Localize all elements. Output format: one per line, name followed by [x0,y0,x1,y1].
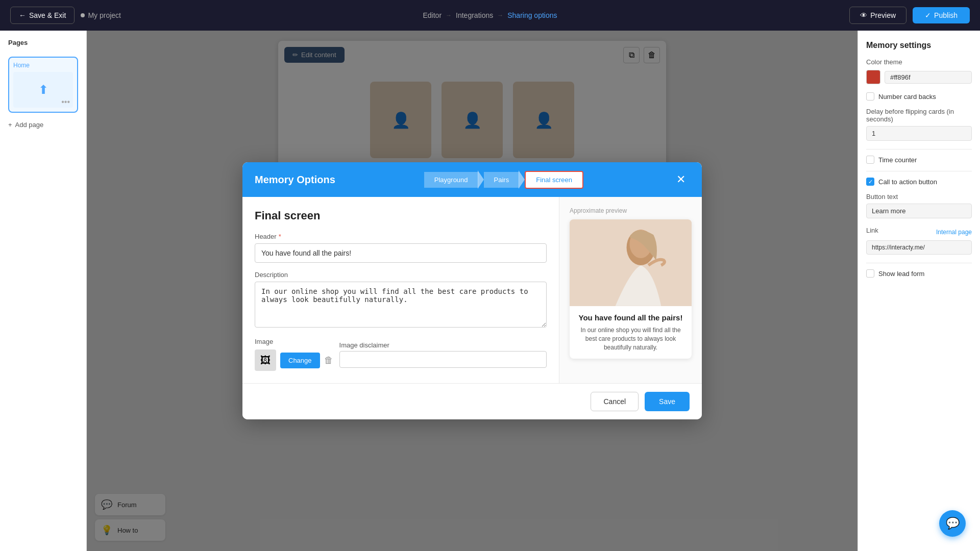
content-area: ✏ Edit content ⧉ 🗑 👤 👤 👤 💬 Forum 💡 [87,31,857,551]
time-counter-label: Time counter [878,156,917,164]
preview-image [570,219,692,306]
preview-button[interactable]: 👁 Preview [849,7,906,24]
required-star: * [279,233,281,240]
delay-label: Delay before flipping cards (in seconds) [866,108,972,123]
project-dot [81,13,85,17]
step-editor[interactable]: Editor [423,11,442,19]
arrow-2: → [497,12,503,19]
preview-label: Approximate preview [570,207,692,214]
step-pairs[interactable]: Pairs [484,172,520,188]
step-arrow-1 [478,170,484,189]
save-exit-label: Save & Exit [29,11,66,19]
color-hex-value: #ff896f [885,71,972,84]
step-sharing-options[interactable]: Sharing options [507,11,557,19]
color-theme-row: #ff896f [866,70,972,84]
modal-title: Memory Options [255,174,335,186]
modal-steps: Playground Pairs Final screen [424,170,583,189]
step-integrations[interactable]: Integrations [456,11,493,19]
preview-image-svg [570,219,692,306]
project-name: My project [81,11,121,19]
image-label-col: Image 🖼 Change 🗑 [255,338,333,371]
home-page-label: Home [13,62,73,69]
sidebar-item-home[interactable]: Home ⬆ ••• [8,57,78,113]
modal-overlay: Memory Options Playground Pairs Final sc… [87,31,857,551]
modal-right-panel: Approximate preview [559,197,702,383]
delay-value: 1 [866,126,972,141]
color-theme-label: Color theme [866,58,972,66]
link-row: Link Internal page [866,227,972,237]
add-page-label: Add page [15,121,44,129]
chat-fab-button[interactable]: 💬 [939,510,966,537]
modal: Memory Options Playground Pairs Final sc… [242,162,702,419]
page-dots: ••• [61,97,70,107]
image-thumbnail: 🖼 [255,349,276,371]
step-arrow-2 [519,170,525,189]
cta-checkbox[interactable] [866,178,874,186]
image-disclaimer-label: Image disclaimer [339,341,547,349]
preview-heading: You have found all the pairs! [577,313,684,322]
button-text-value: Learn more [866,204,972,218]
image-row: Image 🖼 Change 🗑 Image disclaimer [255,338,547,371]
modal-body: Final screen Header * Description In our… [242,197,702,383]
top-nav: ← Save & Exit My project Editor → Integr… [0,0,980,31]
preview-content: You have found all the pairs! In our onl… [570,306,692,359]
modal-header: Memory Options Playground Pairs Final sc… [242,162,702,197]
number-card-backs-label: Number card backs [878,93,936,101]
image-disclaimer-col: Image disclaimer [339,341,547,368]
cancel-button[interactable]: Cancel [591,392,639,411]
show-lead-form-label: Show lead form [878,270,924,278]
preview-label: Preview [870,11,896,19]
modal-left-panel: Final screen Header * Description In our… [242,197,559,383]
image-label: Image [255,338,333,345]
delete-image-icon[interactable]: 🗑 [324,355,333,366]
publish-button[interactable]: ✓ Publish [913,7,970,23]
show-lead-form-row: Show lead form [866,269,972,278]
number-card-backs-checkbox[interactable] [866,92,874,101]
internal-page-link[interactable]: Internal page [936,229,972,236]
check-icon: ✓ [925,11,931,19]
cta-row: Call to action button [866,178,972,186]
nav-right: 👁 Preview ✓ Publish [849,7,970,24]
number-card-backs-row: Number card backs [866,92,972,101]
color-swatch[interactable] [866,70,880,84]
link-url-value: https://interacty.me/ [866,240,972,255]
pages-title: Pages [8,39,78,46]
divider-2 [866,171,972,171]
nav-left: ← Save & Exit My project [10,7,121,24]
modal-close-button[interactable]: ✕ [672,171,690,188]
button-text-label: Button text [866,193,972,201]
arrow-left-icon: ← [19,11,26,19]
step-final-screen[interactable]: Final screen [525,171,583,189]
nav-steps: Editor → Integrations → Sharing options [423,11,557,19]
preview-card: You have found all the pairs! In our onl… [570,219,692,359]
modal-section-title: Final screen [255,209,547,222]
header-input[interactable] [255,243,547,263]
save-button[interactable]: Save [645,392,690,411]
image-disclaimer-input[interactable] [339,351,547,368]
sidebar: Pages Home ⬆ ••• + Add page [0,31,87,551]
panel-title: Memory settings [866,41,972,50]
add-page-button[interactable]: + Add page [8,119,78,131]
main-layout: Pages Home ⬆ ••• + Add page ✏ Edit conte… [0,31,980,551]
publish-label: Publish [934,11,958,19]
preview-description: In our online shop you will find all the… [577,326,684,352]
plus-icon: + [8,121,12,129]
arrow-1: → [446,12,452,19]
eye-icon: 👁 [860,11,867,19]
description-textarea[interactable]: In our online shop you will find all the… [255,282,547,328]
home-thumb-icon: ⬆ [38,83,48,97]
change-image-button[interactable]: Change [280,353,320,368]
modal-footer: Cancel Save [242,383,702,419]
chat-fab-icon: 💬 [946,517,960,530]
right-panel: Memory settings Color theme #ff896f Numb… [857,31,980,551]
time-counter-row: Time counter [866,156,972,164]
divider-1 [866,149,972,149]
step-playground[interactable]: Playground [424,172,478,188]
link-label: Link [866,227,878,234]
show-lead-form-checkbox[interactable] [866,269,874,278]
divider-3 [866,263,972,263]
description-label: Description [255,271,547,279]
cta-label: Call to action button [878,178,937,186]
time-counter-checkbox[interactable] [866,156,874,164]
save-exit-button[interactable]: ← Save & Exit [10,7,75,24]
